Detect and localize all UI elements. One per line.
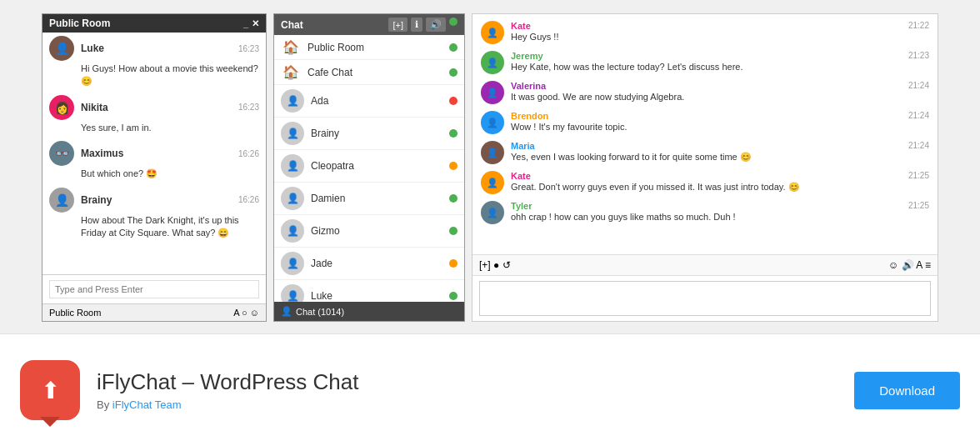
message-input[interactable] <box>49 280 259 298</box>
chat-detail-panel: 👤 Kate Hey Guys !! 21:22 👤 Jeremy Hey Ka… <box>472 13 938 322</box>
user-avatar: 👤 <box>281 284 304 302</box>
public-room-title-bar: Public Room _ ✕ <box>42 14 266 33</box>
status-indicator <box>449 259 458 268</box>
chat-message-text: Wow ! It's my favourite topic. <box>511 121 895 133</box>
sender-name: Luke <box>81 43 104 54</box>
sender-name: Brainy <box>81 194 112 206</box>
message-text: Hi Guys! How about a movie this weekend?… <box>81 63 259 88</box>
chat-sender: Kate <box>511 171 895 181</box>
chat-message-content: Jeremy Hey Kate, how was the lecture tod… <box>511 51 895 73</box>
chat-room-item[interactable]: 👤 Damien <box>274 183 464 215</box>
chat-message-time: 21:24 <box>902 81 929 90</box>
chat-message-row: 👤 Maria Yes, even I was looking forward … <box>481 141 929 164</box>
chat-message-row: 👤 Brendon Wow ! It's my favourite topic.… <box>481 111 929 134</box>
status-indicator <box>449 129 458 138</box>
chat-list-footer: 👤 Chat (1014) <box>274 302 464 321</box>
user-avatar: 👤 <box>281 89 304 113</box>
chat-message-time: 21:22 <box>902 21 929 30</box>
add-button[interactable]: [+] <box>388 18 408 32</box>
message-item: 👤 Luke 16:23 Hi Guys! How about a movie … <box>49 36 259 88</box>
chat-room-item[interactable]: 🏠 Cafe Chat <box>274 60 464 85</box>
chat-sender: Jeremy <box>511 51 895 61</box>
chat-sender: Valerina <box>511 81 895 91</box>
plugin-author: By iFlyChat Team <box>97 398 838 411</box>
chat-message-row: 👤 Kate Hey Guys !! 21:22 <box>481 21 929 44</box>
chat-room-item[interactable]: 👤 Jade <box>274 248 464 280</box>
public-room-panel: Public Room _ ✕ 👤 Luke 16:23 Hi Guys! Ho… <box>42 13 267 322</box>
status-indicator <box>449 292 458 300</box>
screenshot-area: Public Room _ ✕ 👤 Luke 16:23 Hi Guys! Ho… <box>0 0 980 333</box>
chat-list-panel: Chat [+] ℹ 🔊 🏠 Public Room 🏠 Cafe Chat 👤… <box>273 13 465 322</box>
chat-message-content: Kate Great. Don't worry guys even if you… <box>511 171 895 193</box>
status-indicator <box>449 97 458 105</box>
chat-message-content: Maria Yes, even I was looking forward to… <box>511 141 895 163</box>
chat-message-time: 21:24 <box>902 111 929 120</box>
avatar: 👤 <box>49 36 74 61</box>
chat-room-item[interactable]: 👤 Gizmo <box>274 215 464 248</box>
avatar: 👓 <box>49 141 74 166</box>
user-avatar: 👤 <box>281 187 304 210</box>
chat-message-text: Yes, even I was looking forward to it fo… <box>511 151 895 163</box>
chat-message-text: Great. Don't worry guys even if you miss… <box>511 181 895 193</box>
chat-room-item[interactable]: 👤 Brainy <box>274 118 464 150</box>
message-input-area[interactable] <box>42 274 266 303</box>
chat-avatar: 👤 <box>481 111 504 134</box>
footer-room-label: Public Room <box>49 308 101 318</box>
chat-message-row: 👤 Valerina It was good. We are now study… <box>481 81 929 104</box>
status-indicator <box>449 43 458 52</box>
chat-avatar: 👤 <box>481 51 504 74</box>
room-name: Damien <box>311 193 442 204</box>
chat-message-text: Hey Kate, how was the lecture today? Let… <box>511 61 895 73</box>
chat-room-item[interactable]: 🏠 Public Room <box>274 35 464 60</box>
chat-room-item[interactable]: 👤 Ada <box>274 85 464 118</box>
chat-message-time: 21:25 <box>902 201 929 210</box>
chat-avatar: 👤 <box>481 171 504 194</box>
public-room-title: Public Room <box>49 18 110 29</box>
chat-sender: Tyler <box>511 201 895 211</box>
chat-room-item[interactable]: 👤 Cleopatra <box>274 150 464 183</box>
chat-avatar: 👤 <box>481 141 504 164</box>
close-icon[interactable]: ✕ <box>252 18 259 29</box>
chat-messages: 👤 Kate Hey Guys !! 21:22 👤 Jeremy Hey Ka… <box>472 14 938 254</box>
chat-list-items: 🏠 Public Room 🏠 Cafe Chat 👤 Ada 👤 Brainy… <box>274 35 464 302</box>
status-indicator <box>449 162 458 170</box>
chat-room-item[interactable]: 👤 Luke <box>274 280 464 302</box>
chat-message-time: 21:25 <box>902 171 929 180</box>
room-name: Luke <box>311 290 442 302</box>
user-icon: 👤 <box>281 306 292 317</box>
chat-sender: Maria <box>511 141 895 151</box>
room-icon: 🏠 <box>281 39 301 55</box>
user-avatar: 👤 <box>281 154 304 178</box>
minimize-icon[interactable]: _ <box>243 18 248 29</box>
message-header: 👤 Luke 16:23 <box>49 36 259 61</box>
sender-name: Maximus <box>81 148 123 159</box>
chat-textarea[interactable] <box>479 281 931 316</box>
chat-input-area[interactable] <box>472 275 938 321</box>
sender-name: Nikita <box>81 102 108 113</box>
chat-sender: Brendon <box>511 111 895 121</box>
room-name: Public Room <box>308 42 442 53</box>
download-button[interactable]: Download <box>854 372 960 409</box>
avatar: 👩 <box>49 95 74 120</box>
room-name: Cafe Chat <box>308 67 442 78</box>
message-time: 16:23 <box>238 103 259 112</box>
info-button[interactable]: ℹ <box>411 18 422 32</box>
chat-message-row: 👤 Tyler ohh crap ! how can you guys like… <box>481 201 929 224</box>
user-avatar: 👤 <box>281 219 304 243</box>
chat-message-text: ohh crap ! how can you guys like maths s… <box>511 211 895 223</box>
room-name: Cleopatra <box>311 160 442 172</box>
toolbar-right-icons: ☺ 🔊 A ≡ <box>888 259 931 271</box>
sound-button[interactable]: 🔊 <box>426 18 446 32</box>
status-indicator <box>449 194 458 203</box>
plugin-info: iFlyChat – WordPress Chat By iFlyChat Te… <box>97 369 838 411</box>
status-indicator <box>449 227 458 235</box>
message-text: But which one? 🤩 <box>81 168 259 180</box>
author-link[interactable]: iFlyChat Team <box>112 398 182 411</box>
message-item: 👩 Nikita 16:23 Yes sure, I am in. <box>49 95 259 134</box>
message-time: 16:26 <box>238 195 259 204</box>
room-name: Ada <box>311 95 442 107</box>
chat-sender: Kate <box>511 21 895 31</box>
chat-message-text: It was good. We are now studying Algebra… <box>511 91 895 103</box>
panel-controls: _ ✕ <box>243 18 259 29</box>
upload-icon: ⬆ <box>41 377 60 404</box>
